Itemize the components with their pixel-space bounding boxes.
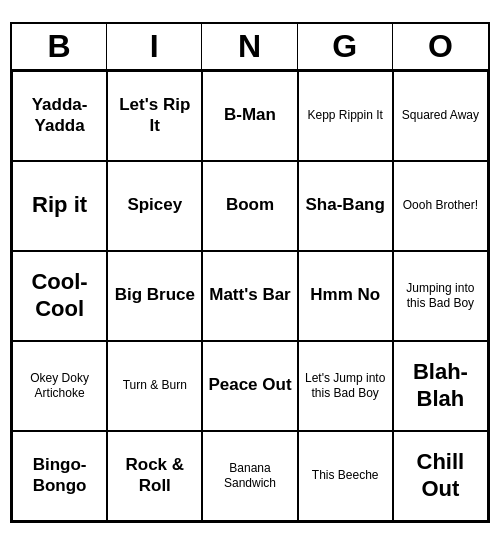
bingo-cell-2: B-Man xyxy=(202,71,297,161)
bingo-cell-22: Banana Sandwich xyxy=(202,431,297,521)
bingo-cell-20: Bingo-Bongo xyxy=(12,431,107,521)
bingo-header: BINGO xyxy=(12,24,488,71)
bingo-cell-6: Spicey xyxy=(107,161,202,251)
bingo-cell-11: Big Bruce xyxy=(107,251,202,341)
bingo-cell-16: Turn & Burn xyxy=(107,341,202,431)
header-letter-b: B xyxy=(12,24,107,69)
bingo-cell-14: Jumping into this Bad Boy xyxy=(393,251,488,341)
bingo-cell-5: Rip it xyxy=(12,161,107,251)
bingo-cell-1: Let's Rip It xyxy=(107,71,202,161)
bingo-cell-3: Kepp Rippin It xyxy=(298,71,393,161)
bingo-card: BINGO Yadda-YaddaLet's Rip ItB-ManKepp R… xyxy=(10,22,490,523)
bingo-cell-7: Boom xyxy=(202,161,297,251)
bingo-cell-12: Matt's Bar xyxy=(202,251,297,341)
header-letter-g: G xyxy=(298,24,393,69)
bingo-cell-0: Yadda-Yadda xyxy=(12,71,107,161)
bingo-cell-17: Peace Out xyxy=(202,341,297,431)
bingo-cell-24: Chill Out xyxy=(393,431,488,521)
bingo-cell-13: Hmm No xyxy=(298,251,393,341)
bingo-cell-18: Let's Jump into this Bad Boy xyxy=(298,341,393,431)
bingo-grid: Yadda-YaddaLet's Rip ItB-ManKepp Rippin … xyxy=(12,71,488,521)
bingo-cell-15: Okey Doky Artichoke xyxy=(12,341,107,431)
header-letter-n: N xyxy=(202,24,297,69)
bingo-cell-19: Blah-Blah xyxy=(393,341,488,431)
header-letter-o: O xyxy=(393,24,488,69)
bingo-cell-4: Squared Away xyxy=(393,71,488,161)
bingo-cell-23: This Beeche xyxy=(298,431,393,521)
bingo-cell-10: Cool-Cool xyxy=(12,251,107,341)
bingo-cell-8: Sha-Bang xyxy=(298,161,393,251)
bingo-cell-21: Rock & Roll xyxy=(107,431,202,521)
header-letter-i: I xyxy=(107,24,202,69)
bingo-cell-9: Oooh Brother! xyxy=(393,161,488,251)
